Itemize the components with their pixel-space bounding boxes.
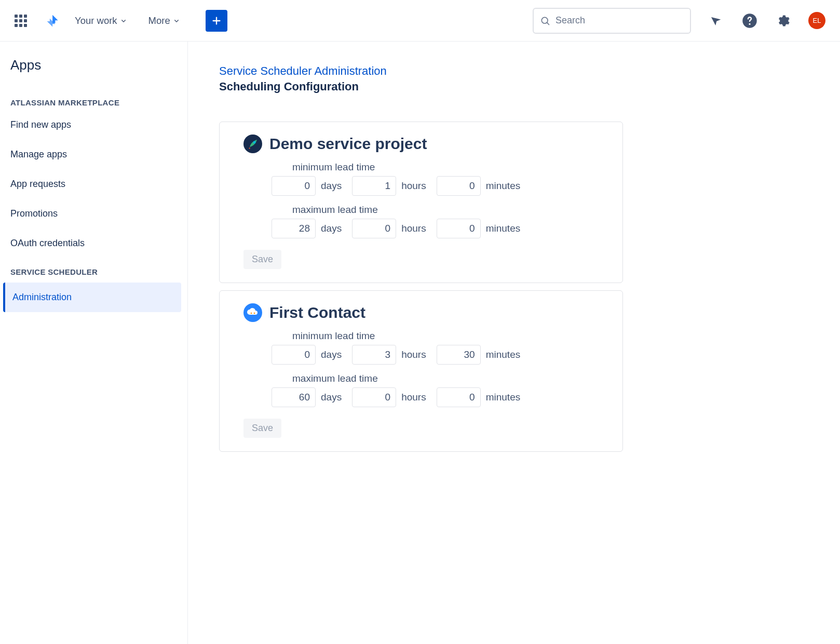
days-unit: days (321, 349, 342, 360)
plus-icon (211, 15, 222, 26)
days-unit: days (321, 223, 342, 234)
page-title: Scheduling Configuration (219, 80, 831, 93)
max-lead-label: maximum lead time (292, 204, 608, 216)
minutes-unit: minutes (486, 180, 521, 192)
max-minutes-input[interactable] (437, 219, 481, 238)
sidebar-title: Apps (0, 57, 187, 89)
breadcrumb-link[interactable]: Service Scheduler Administration (219, 64, 831, 78)
search-icon (540, 16, 550, 26)
minutes-unit: minutes (486, 392, 521, 403)
sidebar: Apps ATLASSIAN MARKETPLACE Find new apps… (0, 42, 188, 644)
min-minutes-input[interactable] (437, 345, 481, 365)
notifications-button[interactable] (709, 13, 724, 29)
settings-button[interactable] (775, 13, 791, 29)
min-lead-label: minimum lead time (292, 330, 608, 342)
svg-point-0 (541, 17, 548, 23)
project-card: First Contact minimum lead time days hou… (219, 290, 623, 452)
main-content: Service Scheduler Administration Schedul… (188, 42, 840, 644)
sidebar-item-oauth-credentials[interactable]: OAuth credentials (0, 229, 187, 258)
hours-unit: hours (401, 349, 426, 360)
minutes-unit: minutes (486, 223, 521, 234)
max-hours-input[interactable] (352, 387, 396, 407)
search-box[interactable] (533, 8, 691, 34)
nav-your-work-label: Your work (75, 15, 117, 26)
min-days-input[interactable] (272, 345, 316, 365)
rocket-icon (243, 135, 262, 153)
sidebar-item-find-new-apps[interactable]: Find new apps (0, 110, 187, 140)
svg-point-4 (253, 141, 256, 144)
nav-your-work[interactable]: Your work (69, 15, 134, 26)
hours-unit: hours (401, 180, 426, 192)
chevron-down-icon (119, 17, 128, 25)
sidebar-section-marketplace: ATLASSIAN MARKETPLACE (0, 89, 187, 110)
nav-more[interactable]: More (142, 15, 187, 26)
min-hours-input[interactable] (352, 176, 396, 196)
app-switcher-icon[interactable] (15, 15, 27, 27)
min-lead-label: minimum lead time (292, 162, 608, 173)
project-title: First Contact (269, 304, 365, 321)
max-minutes-input[interactable] (437, 387, 481, 407)
max-days-input[interactable] (272, 387, 316, 407)
svg-point-7 (254, 313, 255, 314)
svg-point-6 (251, 313, 252, 314)
create-button[interactable] (206, 10, 227, 32)
hours-unit: hours (401, 392, 426, 403)
cloud-icon (243, 303, 262, 322)
save-button[interactable]: Save (243, 419, 281, 438)
gear-icon (776, 14, 790, 28)
help-icon (742, 13, 757, 29)
max-days-input[interactable] (272, 219, 316, 238)
minutes-unit: minutes (486, 349, 521, 360)
avatar[interactable]: EL (808, 12, 825, 29)
project-title: Demo service project (269, 135, 427, 153)
top-nav: Your work More EL (0, 0, 840, 42)
min-days-input[interactable] (272, 176, 316, 196)
sidebar-section-service-scheduler: SERVICE SCHEDULER (0, 258, 187, 279)
jira-logo-icon[interactable] (46, 14, 60, 28)
sidebar-item-promotions[interactable]: Promotions (0, 199, 187, 229)
sidebar-item-app-requests[interactable]: App requests (0, 169, 187, 199)
min-minutes-input[interactable] (437, 176, 481, 196)
days-unit: days (321, 180, 342, 192)
project-card: Demo service project minimum lead time d… (219, 122, 623, 283)
chevron-down-icon (172, 17, 181, 25)
nav-more-label: More (148, 15, 170, 26)
max-hours-input[interactable] (352, 219, 396, 238)
svg-point-2 (749, 23, 750, 24)
sidebar-item-administration[interactable]: Administration (3, 283, 181, 312)
sidebar-item-manage-apps[interactable]: Manage apps (0, 140, 187, 169)
search-input[interactable] (556, 15, 684, 26)
days-unit: days (321, 392, 342, 403)
save-button[interactable]: Save (243, 250, 281, 269)
max-lead-label: maximum lead time (292, 373, 608, 384)
hours-unit: hours (401, 223, 426, 234)
min-hours-input[interactable] (352, 345, 396, 365)
help-button[interactable] (742, 13, 757, 29)
notification-icon (710, 14, 723, 28)
